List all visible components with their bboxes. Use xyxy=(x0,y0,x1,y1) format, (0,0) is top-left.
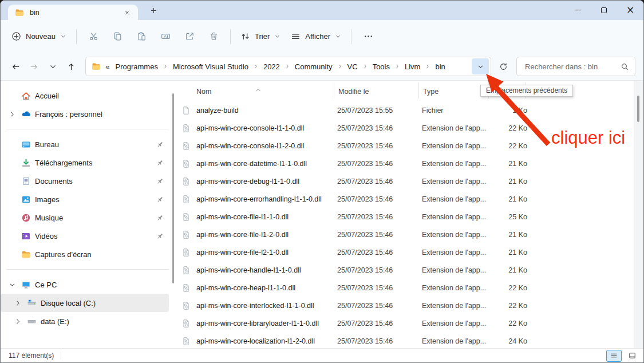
search-input[interactable] xyxy=(524,62,621,72)
svg-text:A: A xyxy=(164,34,167,38)
sidebar-separator xyxy=(6,129,169,129)
file-row[interactable]: api-ms-win-core-file-l1-1-0.dll25/07/202… xyxy=(177,208,634,226)
list-scrollbar-track[interactable] xyxy=(634,81,643,348)
dll-icon xyxy=(181,248,191,257)
breadcrumb-item[interactable]: Microsoft Visual Studio xyxy=(169,60,252,73)
file-name: api-ms-win-core-file-l1-2-0.dll xyxy=(196,231,289,239)
sidebar-item-disque-local-c[interactable]: Disque local (C:) xyxy=(1,294,169,312)
breadcrumb-item[interactable]: 2022 xyxy=(260,60,283,73)
copy-button[interactable] xyxy=(105,26,129,48)
file-row[interactable]: api-ms-win-core-errorhandling-l1-1-0.dll… xyxy=(177,190,634,208)
up-button[interactable] xyxy=(62,57,81,76)
rename-button[interactable]: A xyxy=(153,26,177,48)
tab-bin[interactable]: bin xyxy=(8,5,138,20)
address-bar[interactable]: « ProgrammesMicrosoft Visual Studio2022C… xyxy=(85,57,491,76)
file-modified: 25/07/2023 15:46 xyxy=(337,248,422,257)
chevron-right-icon xyxy=(337,64,343,69)
sidebar-item-vid-os[interactable]: Vidéos xyxy=(1,227,169,245)
file-modified: 25/07/2023 15:46 xyxy=(337,337,422,345)
file-modified: 25/07/2023 15:46 xyxy=(337,266,422,274)
back-button[interactable] xyxy=(6,57,25,76)
sidebar-item-captures-d-cran[interactable]: Captures d'écran xyxy=(1,245,169,263)
tab-close-icon[interactable] xyxy=(121,6,133,19)
file-row[interactable]: api-ms-win-core-libraryloader-l1-1-0.dll… xyxy=(177,314,634,332)
breadcrumb-item[interactable]: Tools xyxy=(369,60,393,73)
new-button-label: Nouveau xyxy=(26,32,56,41)
file-row[interactable]: api-ms-win-core-localization-l1-2-0.dll2… xyxy=(177,332,634,350)
sidebar-scrollbar[interactable] xyxy=(172,93,174,283)
sidebar-item-data-e[interactable]: data (E:) xyxy=(1,312,169,330)
view-button-label: Afficher xyxy=(305,32,330,41)
address-history-dropdown[interactable] xyxy=(472,58,489,74)
share-button[interactable] xyxy=(177,26,202,48)
file-row[interactable]: api-ms-win-core-debug-l1-1-0.dll25/07/20… xyxy=(177,172,634,190)
view-button[interactable]: Afficher xyxy=(286,27,346,46)
minimize-button[interactable] xyxy=(564,1,591,19)
sidebar-item-label: Disque local (C:) xyxy=(41,299,96,307)
chevron-down-icon[interactable] xyxy=(9,281,16,289)
file-modified: 25/07/2023 15:55 xyxy=(337,106,422,115)
close-button[interactable]: × xyxy=(617,1,643,19)
breadcrumb-item[interactable]: bin xyxy=(432,60,448,73)
file-name: api-ms-win-core-file-l2-1-0.dll xyxy=(196,248,289,257)
breadcrumb-item[interactable]: VC xyxy=(344,60,361,73)
annotation-cliquer-ici: cliquer ici xyxy=(551,128,625,148)
sidebar-item-accueil[interactable]: Accueil xyxy=(1,86,169,105)
sidebar-item-bureau[interactable]: Bureau xyxy=(1,135,169,153)
file-type: Extension de l'app... xyxy=(422,213,492,221)
file-row[interactable]: api-ms-win-core-file-l2-1-0.dll25/07/202… xyxy=(177,243,634,261)
maximize-button[interactable] xyxy=(591,1,617,19)
list-scrollbar-thumb[interactable] xyxy=(637,96,639,122)
sidebar-item-t-l-chargements[interactable]: Téléchargements xyxy=(1,153,169,172)
file-modified: 25/07/2023 15:46 xyxy=(337,124,422,132)
file-modified: 25/07/2023 15:46 xyxy=(337,319,422,328)
refresh-button[interactable] xyxy=(493,57,513,76)
cut-button[interactable] xyxy=(81,26,105,48)
folder-icon xyxy=(21,250,31,259)
sidebar-item-documents[interactable]: Documents xyxy=(1,172,169,190)
file-type: Fichier xyxy=(422,106,492,115)
file-row[interactable]: api-ms-win-core-interlocked-l1-1-0.dll25… xyxy=(177,297,634,314)
sidebar-item-ce-pc[interactable]: Ce PC xyxy=(1,275,169,294)
breadcrumb-overflow[interactable]: « xyxy=(105,62,109,71)
sort-button[interactable]: Trier xyxy=(235,27,286,46)
dll-icon xyxy=(181,159,191,168)
chevron-right-icon[interactable] xyxy=(14,318,22,325)
pin-icon xyxy=(156,214,164,222)
breadcrumb-item[interactable]: Llvm xyxy=(401,60,424,73)
breadcrumb-item[interactable]: Programmes xyxy=(112,60,161,73)
column-header-nom[interactable]: Nom xyxy=(181,86,337,97)
ellipsis-icon xyxy=(364,31,373,41)
file-type: Extension de l'app... xyxy=(422,319,492,328)
forward-arrow-icon xyxy=(30,62,38,71)
sidebar-item-musique[interactable]: Musique xyxy=(1,208,169,227)
recent-locations-button[interactable] xyxy=(44,57,62,76)
column-header-modifie-le[interactable]: Modifié le xyxy=(337,86,422,97)
chevron-right-icon[interactable] xyxy=(14,299,22,307)
sidebar-item-fran-ois-personnel[interactable]: François : personnel xyxy=(1,105,169,123)
file-row[interactable]: api-ms-win-core-handle-l1-1-0.dll25/07/2… xyxy=(177,261,634,279)
paste-button[interactable] xyxy=(129,26,153,48)
thumbnails-view-button[interactable] xyxy=(625,350,640,362)
downloads-icon xyxy=(21,158,31,168)
file-row[interactable]: api-ms-win-core-datetime-l1-1-0.dll25/07… xyxy=(177,155,634,172)
new-tab-button[interactable] xyxy=(146,3,161,18)
file-name: api-ms-win-core-debug-l1-1-0.dll xyxy=(196,177,299,186)
folder-icon xyxy=(92,62,101,71)
command-bar: Nouveau A Trier Afficher xyxy=(1,20,643,53)
maximize-icon xyxy=(601,7,607,13)
file-row[interactable]: api-ms-win-core-heap-l1-1-0.dll25/07/202… xyxy=(177,279,634,297)
chevron-right-icon[interactable] xyxy=(9,111,16,118)
pin-icon xyxy=(156,159,164,167)
new-button[interactable]: Nouveau xyxy=(6,27,72,46)
search-icon xyxy=(621,62,629,71)
file-row[interactable]: analyze-build25/07/2023 15:55Fichier1 Ko xyxy=(177,101,634,119)
sidebar-item-images[interactable]: Images xyxy=(1,190,169,208)
file-row[interactable]: api-ms-win-core-file-l1-2-0.dll25/07/202… xyxy=(177,226,634,243)
sidebar-item-label: Documents xyxy=(35,177,73,186)
details-view-button[interactable] xyxy=(606,350,622,362)
see-more-button[interactable] xyxy=(356,26,380,48)
forward-button[interactable] xyxy=(25,57,44,76)
delete-button[interactable] xyxy=(202,26,226,48)
breadcrumb-item[interactable]: Community xyxy=(291,60,336,73)
